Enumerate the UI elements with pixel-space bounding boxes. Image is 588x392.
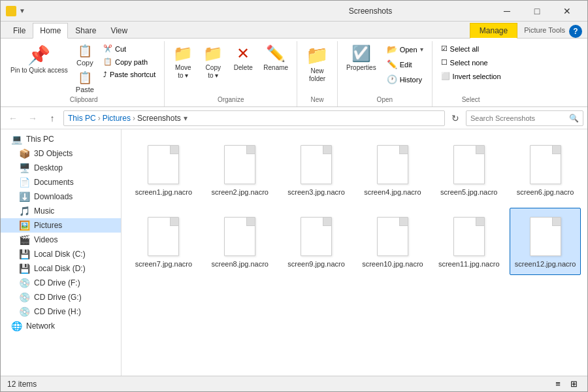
file-icon-wrapper	[526, 142, 565, 188]
file-item[interactable]: screen6.jpg.nacro	[510, 136, 581, 203]
sidebar-item-local-disk-(d:)[interactable]: 💾Local Disk (D:)	[1, 261, 121, 276]
sidebar-item-pictures[interactable]: 🖼️Pictures	[1, 218, 121, 233]
sidebar-item-local-disk-(c:)[interactable]: 💾Local Disk (C:)	[1, 247, 121, 261]
new-folder-button[interactable]: 📁 Newfolder	[301, 42, 333, 85]
open-icon: 📂	[387, 44, 397, 54]
quick-access-icon[interactable]: ▼	[19, 7, 25, 14]
file-item[interactable]: screen7.jpg.nacro	[128, 208, 199, 274]
up-button[interactable]: ↑	[44, 110, 61, 126]
new-items: 📁 Newfolder	[301, 42, 333, 95]
file-item[interactable]: screen8.jpg.nacro	[204, 208, 276, 274]
file-name: screen8.jpg.nacro	[212, 259, 269, 269]
copy-path-button[interactable]: 📋 Copy path	[99, 56, 160, 68]
cut-button[interactable]: ✂️ Cut	[99, 42, 160, 55]
paste-shortcut-icon: ⤴	[103, 71, 107, 78]
file-name: screen11.jpg.nacro	[438, 259, 500, 269]
breadcrumb-dropdown-icon[interactable]: ▾	[184, 114, 188, 123]
history-button[interactable]: 🕐 History	[382, 73, 428, 86]
sidebar-item-desktop[interactable]: 🖥️Desktop	[1, 161, 121, 175]
select-none-button[interactable]: ☐ Select none	[436, 56, 506, 69]
file-doc-icon	[224, 217, 255, 256]
select-group: ☑ Select all ☐ Select none ⬜ Invert sele…	[433, 41, 510, 106]
tab-view[interactable]: View	[103, 23, 135, 38]
file-item[interactable]: screen12.jpg.nacro	[510, 208, 581, 274]
sidebar-item-documents[interactable]: 📄Documents	[1, 175, 121, 189]
sidebar-icon: 🎬	[19, 235, 30, 245]
search-box[interactable]: 🔍	[466, 110, 583, 126]
move-to-button[interactable]: 📁 Moveto ▾	[169, 42, 197, 82]
sidebar: 💻This PC📦3D Objects🖥️Desktop📄Documents⬇️…	[1, 129, 122, 376]
sidebar-icon: 🌐	[11, 321, 22, 331]
edit-button[interactable]: ✏️ Edit	[382, 57, 428, 71]
paste-button[interactable]: 📋 Paste	[73, 69, 97, 95]
help-button[interactable]: ?	[569, 25, 582, 38]
file-name: screen1.jpg.nacro	[135, 188, 192, 197]
invert-icon: ⬜	[441, 72, 450, 80]
sidebar-item-cd-drive-(f:)[interactable]: 💿CD Drive (F:)	[1, 276, 121, 290]
file-item[interactable]: screen4.jpg.nacro	[357, 136, 429, 203]
refresh-button[interactable]: ↻	[448, 110, 463, 126]
invert-selection-button[interactable]: ⬜ Invert selection	[436, 70, 506, 82]
close-button[interactable]: ✕	[552, 1, 582, 22]
file-item[interactable]: screen10.jpg.nacro	[357, 208, 429, 274]
minimize-button[interactable]: ─	[492, 1, 522, 22]
tab-file[interactable]: File	[6, 23, 33, 38]
details-view-button[interactable]: ≡	[551, 378, 565, 390]
sidebar-item-this-pc[interactable]: 💻This PC	[1, 132, 121, 146]
sidebar-icon: 🎵	[19, 206, 30, 216]
select-group-label: Select	[436, 95, 506, 105]
sidebar-icon: 🖼️	[19, 220, 30, 231]
sidebar-item-label: Music	[34, 206, 54, 216]
open-stack: 📂 Open ▾ ✏️ Edit 🕐 History	[382, 42, 428, 86]
back-button[interactable]: ←	[5, 110, 22, 126]
tab-share[interactable]: Share	[68, 23, 103, 38]
sidebar-item-3d-objects[interactable]: 📦3D Objects	[1, 146, 121, 161]
copy-button[interactable]: 📋 Copy	[73, 42, 97, 68]
view-toggles: ≡ ⊞	[551, 378, 581, 390]
organize-group: 📁 Moveto ▾ 📁 Copyto ▾ ✕ Delete ✏️ Rename…	[165, 41, 297, 106]
breadcrumb-pictures[interactable]: Pictures	[103, 114, 131, 123]
sidebar-item-videos[interactable]: 🎬Videos	[1, 233, 121, 247]
file-icon-wrapper	[144, 142, 183, 188]
file-item[interactable]: screen2.jpg.nacro	[204, 136, 276, 203]
properties-button[interactable]: ☑️ Properties	[342, 42, 381, 73]
window-title: Screenshots	[249, 7, 492, 16]
paste-shortcut-button[interactable]: ⤴ Paste shortcut	[99, 69, 160, 80]
history-icon: 🕐	[387, 74, 397, 84]
open-group: ☑️ Properties 📂 Open ▾ ✏️ Edit 🕐	[338, 41, 433, 106]
sidebar-icon: 📦	[19, 148, 30, 159]
file-icon-wrapper	[220, 142, 259, 188]
tab-manage[interactable]: Manage	[470, 23, 517, 39]
sidebar-item-downloads[interactable]: ⬇️Downloads	[1, 189, 121, 204]
file-item[interactable]: screen1.jpg.nacro	[128, 136, 199, 203]
open-items: ☑️ Properties 📂 Open ▾ ✏️ Edit 🕐	[342, 42, 428, 95]
forward-button[interactable]: →	[24, 110, 41, 126]
file-name: screen12.jpg.nacro	[515, 259, 576, 269]
breadcrumb-thispc[interactable]: This PC	[68, 114, 96, 123]
tab-home[interactable]: Home	[33, 23, 68, 39]
open-button[interactable]: 📂 Open ▾	[382, 42, 428, 56]
sidebar-icon: 💿	[19, 292, 30, 302]
large-icons-view-button[interactable]: ⊞	[566, 378, 581, 390]
maximize-button[interactable]: □	[522, 1, 552, 22]
file-name: screen6.jpg.nacro	[517, 188, 574, 197]
file-item[interactable]: screen9.jpg.nacro	[281, 208, 352, 274]
title-bar-left: ▼	[6, 6, 249, 16]
rename-icon: ✏️	[266, 44, 286, 63]
ribbon-tabs: File Home Share View Manage Picture Tool…	[1, 22, 587, 39]
copy-to-button[interactable]: 📁 Copyto ▾	[199, 42, 227, 82]
search-input[interactable]	[470, 114, 569, 122]
sidebar-item-network[interactable]: 🌐Network	[1, 319, 121, 333]
sidebar-item-cd-drive-(h:)[interactable]: 💿CD Drive (H:)	[1, 304, 121, 319]
file-item[interactable]: screen11.jpg.nacro	[433, 208, 504, 274]
sidebar-item-cd-drive-(g:)[interactable]: 💿CD Drive (G:)	[1, 290, 121, 304]
delete-button[interactable]: ✕ Delete	[229, 42, 257, 73]
file-icon-wrapper	[144, 214, 183, 259]
rename-button[interactable]: ✏️ Rename	[259, 42, 293, 73]
pin-quick-access-button[interactable]: 📌 Pin to Quick access	[7, 42, 71, 76]
file-item[interactable]: screen5.jpg.nacro	[433, 136, 504, 203]
file-item[interactable]: screen3.jpg.nacro	[281, 136, 352, 203]
breadcrumb[interactable]: This PC › Pictures › Screenshots ▾	[63, 110, 445, 126]
select-all-button[interactable]: ☑ Select all	[436, 42, 506, 55]
sidebar-item-music[interactable]: 🎵Music	[1, 204, 121, 218]
